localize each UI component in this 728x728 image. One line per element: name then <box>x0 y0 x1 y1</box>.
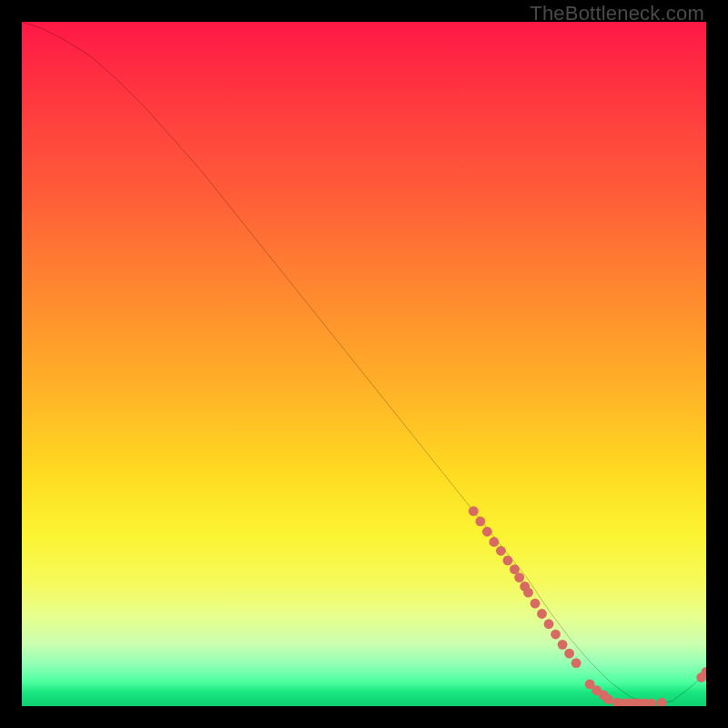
data-point <box>657 698 667 706</box>
points-layer <box>22 22 706 706</box>
data-point <box>551 630 561 640</box>
data-point <box>475 517 485 527</box>
plot-area <box>22 22 706 706</box>
data-point <box>482 527 492 537</box>
sample-points <box>469 506 706 706</box>
data-point <box>489 537 499 547</box>
data-point <box>510 564 520 574</box>
data-point <box>523 588 533 598</box>
data-point <box>496 546 506 556</box>
data-point <box>646 699 656 706</box>
data-point <box>544 619 554 629</box>
data-point <box>469 506 479 516</box>
data-point <box>571 658 581 668</box>
data-point <box>531 599 541 609</box>
data-point <box>558 640 568 650</box>
data-point <box>537 609 547 619</box>
data-point <box>564 649 574 659</box>
data-point <box>514 572 524 582</box>
chart-stage: TheBottleneck.com <box>0 0 728 728</box>
data-point <box>603 694 613 704</box>
data-point <box>503 555 513 565</box>
